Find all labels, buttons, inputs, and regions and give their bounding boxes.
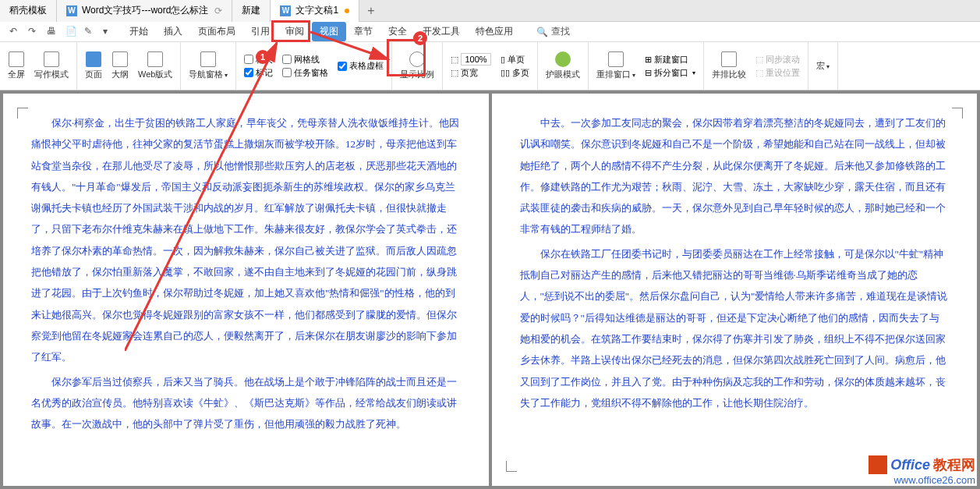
search-label: 查找 (551, 25, 570, 38)
page-icon: ⬚ (451, 55, 458, 65)
dropdown-icon[interactable]: ▾ (103, 26, 115, 38)
splitwin-icon: ⊟ (645, 68, 652, 78)
menu-special[interactable]: 特色应用 (468, 22, 521, 41)
menu-pagelayout[interactable]: 页面布局 (190, 22, 243, 41)
sidebyside-button[interactable]: 并排比较 (709, 50, 749, 82)
annotation-box-1 (271, 20, 310, 42)
word-doc-icon: W (66, 5, 77, 16)
multipage-button[interactable]: ▯▯多页 (501, 67, 529, 79)
watermark-title2: 教程网 (933, 455, 975, 474)
document-tabs-bar: 稻壳模板 W Word文字技巧---word怎么标注 ⟳ 新建 W 文字文稿1 … (0, 0, 980, 22)
tablegrid-checkbox[interactable]: 表格虚框 (338, 60, 384, 72)
tab-label: 文字文稿1 (295, 4, 338, 17)
search-group[interactable]: 🔍 查找 (536, 25, 570, 38)
menu-chapter[interactable]: 章节 (346, 22, 380, 41)
page-2[interactable]: 中去。一次参加工友同志的聚会，保尔因带着穿着漂亮整洁的冬妮娅同去，遭到了工友们的… (492, 94, 978, 486)
gridline-checkbox[interactable]: 网格线 (282, 54, 328, 66)
page-corner-icon (506, 461, 517, 472)
paragraph: 保尔·柯察金，出生于贫困的铁路工人家庭，早年丧父，凭母亲替人洗衣做饭维持生计。他… (31, 112, 461, 368)
page-corner-icon (952, 108, 963, 119)
macro-button[interactable]: 宏▾ (813, 58, 833, 73)
undo-icon[interactable]: ↶ (9, 26, 22, 38)
pagewidth-icon: ⬚ (451, 68, 458, 78)
document-area: 保尔·柯察金，出生于贫困的铁路工人家庭，早年丧父，凭母亲替人洗衣做饭维持生计。他… (0, 90, 980, 489)
watermark-url: www.office26.com (893, 474, 975, 486)
tab-label: 稻壳模板 (9, 4, 47, 17)
eyecare-button[interactable]: 护眼模式 (543, 50, 583, 82)
page-corner-icon (17, 108, 28, 119)
preview-icon[interactable]: 📄 (65, 26, 78, 38)
watermark-title1: Office (890, 457, 930, 473)
office-logo-icon (869, 455, 887, 474)
pagewidth-button[interactable]: ⬚页宽 (451, 67, 490, 79)
multipage-icon: ▯▯ (501, 68, 510, 78)
tab-new[interactable]: 新建 (232, 0, 271, 22)
webview-button[interactable]: Web版式 (135, 50, 175, 82)
menu-bar: ↶ ↷ 🖶 📄 ✎ ▾ 开始 插入 页面布局 引用 审阅 视图 章节 安全 开发… (0, 22, 980, 42)
search-icon: 🔍 (536, 27, 548, 37)
singlepage-icon: ▯ (501, 55, 505, 65)
modified-dot-icon (345, 9, 349, 13)
paragraph: 保尔在铁路工厂任团委书记时，与团委委员丽达在工作上经常接触，可是保尔以"牛虻"精… (520, 243, 950, 413)
zoom-value[interactable]: ⬚100% (451, 53, 490, 66)
ribbon: 全屏 写作模式 页面 大纲 Web版式 导航窗格▾ 标尺 标记 网格线 任务窗格… (0, 42, 980, 90)
annotation-badge-1: 1 (256, 50, 270, 64)
sync-icon: ⬚ (755, 55, 763, 65)
watermark: Office教程网 www.office26.com (869, 455, 975, 486)
tab-document1[interactable]: W 文字文稿1 (271, 0, 359, 22)
menu-insert[interactable]: 插入 (156, 22, 190, 41)
add-tab-button[interactable]: + (359, 4, 382, 18)
tab-word-tips[interactable]: W Word文字技巧---word怎么标注 ⟳ (57, 0, 232, 22)
annotation-badge-2: 2 (413, 31, 427, 45)
format-icon[interactable]: ✎ (84, 26, 97, 38)
tab-label: 新建 (242, 4, 260, 17)
newwin-icon: ⊞ (645, 55, 652, 65)
word-doc-icon: W (280, 5, 291, 16)
redo-icon[interactable]: ↷ (28, 26, 41, 38)
newwindow-button[interactable]: ⊞新建窗口 (645, 54, 695, 66)
menu-view[interactable]: 视图 (312, 22, 346, 41)
marker-checkbox[interactable]: 标记 (244, 67, 273, 79)
rearrange-button[interactable]: 重排窗口▾ (593, 50, 639, 82)
navpane-button[interactable]: 导航窗格▾ (186, 50, 231, 82)
tab-daoке[interactable]: 稻壳模板 (0, 0, 57, 22)
taskpane-checkbox[interactable]: 任务窗格 (282, 67, 328, 79)
menu-start[interactable]: 开始 (122, 22, 156, 41)
splitwindow-button[interactable]: ⊟拆分窗口▾ (645, 67, 695, 79)
paragraph: 保尔参军后当过侦察兵，后来又当了骑兵。他在战场上是个敢于冲锋陷阵的战士而且还是一… (31, 371, 461, 435)
syncscroll-button[interactable]: ⬚同步滚动 (755, 54, 800, 66)
page-1[interactable]: 保尔·柯察金，出生于贫困的铁路工人家庭，早年丧父，凭母亲替人洗衣做饭维持生计。他… (3, 94, 489, 486)
writemode-button[interactable]: 写作模式 (31, 50, 72, 82)
resetpos-button[interactable]: ⬚重设位置 (755, 67, 800, 79)
pageview-button[interactable]: 页面 (82, 50, 105, 82)
quick-access: ↶ ↷ 🖶 📄 ✎ ▾ (3, 26, 122, 38)
refresh-icon[interactable]: ⟳ (214, 5, 222, 16)
singlepage-button[interactable]: ▯单页 (501, 54, 529, 66)
print-icon[interactable]: 🖶 (47, 26, 59, 38)
outline-button[interactable]: 大纲 (108, 50, 132, 82)
reset-icon: ⬚ (755, 68, 763, 78)
fullscreen-button[interactable]: 全屏 (5, 50, 28, 82)
tab-label: Word文字技巧---word怎么标注 (82, 4, 208, 17)
paragraph: 中去。一次参加工友同志的聚会，保尔因带着穿着漂亮整洁的冬妮娅同去，遭到了工友们的… (520, 112, 950, 240)
